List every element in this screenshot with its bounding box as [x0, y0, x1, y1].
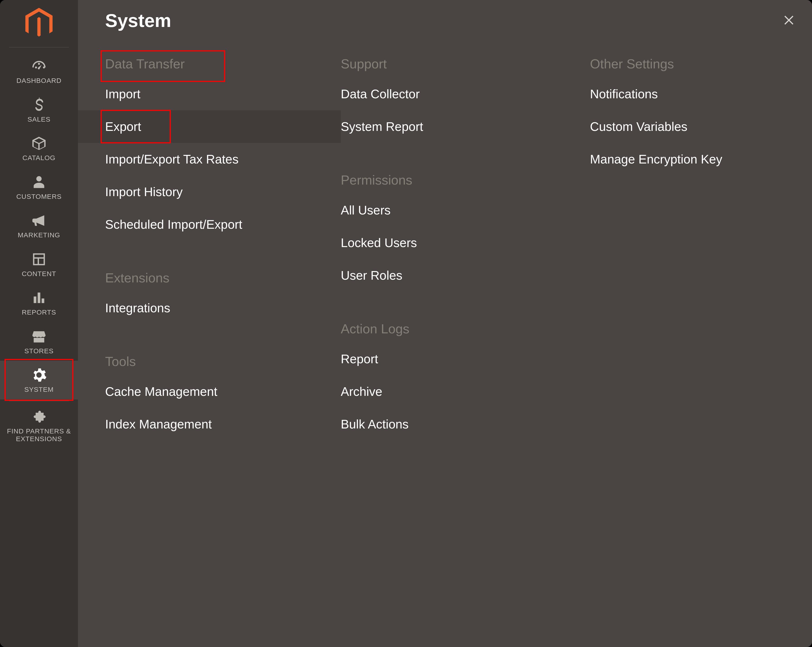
system-flyout: System Data Transfer Import Export Impor…	[78, 0, 812, 647]
app-root: DASHBOARD SALES CATALOG CUSTOMERS MARKET	[0, 0, 812, 647]
menu-data-collector[interactable]: Data Collector	[341, 78, 590, 110]
section-title-extensions: Extensions	[78, 266, 341, 292]
layout-icon	[31, 251, 47, 267]
menu-import-history[interactable]: Import History	[78, 175, 341, 208]
nav-label: STORES	[23, 347, 55, 355]
section-title-other-settings: Other Settings	[590, 52, 785, 78]
flyout-column-2: Support Data Collector System Report Per…	[341, 52, 590, 440]
section-title-action-logs: Action Logs	[341, 317, 590, 343]
menu-import[interactable]: Import	[78, 78, 341, 110]
puzzle-icon	[31, 409, 47, 425]
menu-locked-users[interactable]: Locked Users	[341, 227, 590, 259]
nav-content[interactable]: CONTENT	[0, 245, 78, 284]
storefront-icon	[31, 329, 47, 344]
nav-dashboard[interactable]: DASHBOARD	[0, 52, 78, 91]
nav-system[interactable]: SYSTEM	[0, 361, 78, 399]
menu-manage-encryption-key[interactable]: Manage Encryption Key	[590, 143, 785, 175]
flyout-header: System	[78, 0, 812, 38]
magento-logo[interactable]	[0, 0, 78, 47]
sidebar-divider	[9, 47, 69, 47]
nav-sales[interactable]: SALES	[0, 91, 78, 129]
sidebar-divider	[9, 401, 69, 401]
menu-system-report[interactable]: System Report	[341, 110, 590, 143]
nav-stores[interactable]: STORES	[0, 322, 78, 361]
menu-bulk-actions[interactable]: Bulk Actions	[341, 408, 590, 440]
megaphone-icon	[31, 213, 47, 228]
menu-cache-management[interactable]: Cache Management	[78, 375, 341, 408]
gauge-icon	[31, 58, 47, 74]
nav-label: CATALOG	[21, 154, 57, 162]
menu-notifications[interactable]: Notifications	[590, 78, 785, 110]
nav-customers[interactable]: CUSTOMERS	[0, 168, 78, 207]
section-support: Support Data Collector System Report	[341, 52, 590, 143]
section-title-permissions: Permissions	[341, 168, 590, 194]
section-permissions: Permissions All Users Locked Users User …	[341, 168, 590, 292]
box-icon	[31, 135, 47, 151]
section-tools: Tools Cache Management Index Management	[78, 349, 341, 440]
nav-label: SALES	[26, 116, 52, 123]
menu-export[interactable]: Export	[78, 110, 341, 143]
nav-label: MARKETING	[16, 231, 62, 239]
flyout-body: Data Transfer Import Export Import/Expor…	[78, 38, 812, 440]
nav-find-partners[interactable]: FIND PARTNERS & EXTENSIONS	[0, 402, 78, 449]
person-icon	[31, 174, 47, 190]
nav-label: SYSTEM	[23, 386, 55, 394]
menu-scheduled-import-export[interactable]: Scheduled Import/Export	[78, 208, 341, 241]
section-title-data-transfer: Data Transfer	[78, 52, 341, 78]
flyout-column-3: Other Settings Notifications Custom Vari…	[590, 52, 785, 440]
menu-user-roles[interactable]: User Roles	[341, 259, 590, 292]
close-button[interactable]	[781, 13, 796, 28]
menu-import-export-tax-rates[interactable]: Import/Export Tax Rates	[78, 143, 341, 175]
section-title-support: Support	[341, 52, 590, 78]
section-title-tools: Tools	[78, 349, 341, 375]
menu-integrations[interactable]: Integrations	[78, 292, 341, 324]
admin-sidebar: DASHBOARD SALES CATALOG CUSTOMERS MARKET	[0, 0, 78, 647]
section-other-settings: Other Settings Notifications Custom Vari…	[590, 52, 785, 175]
menu-all-users[interactable]: All Users	[341, 194, 590, 227]
menu-custom-variables[interactable]: Custom Variables	[590, 110, 785, 143]
flyout-column-1: Data Transfer Import Export Import/Expor…	[78, 52, 341, 440]
menu-index-management[interactable]: Index Management	[78, 408, 341, 440]
nav-label: REPORTS	[20, 308, 58, 317]
bar-chart-icon	[31, 290, 47, 306]
menu-archive[interactable]: Archive	[341, 375, 590, 408]
gear-icon	[31, 367, 47, 383]
section-data-transfer: Data Transfer Import Export Import/Expor…	[78, 52, 341, 241]
dollar-icon	[31, 97, 47, 113]
nav-label: CUSTOMERS	[14, 193, 63, 201]
flyout-title: System	[105, 10, 171, 31]
nav-label: DASHBOARD	[14, 77, 63, 85]
nav-catalog[interactable]: CATALOG	[0, 129, 78, 168]
section-action-logs: Action Logs Report Archive Bulk Actions	[341, 317, 590, 440]
nav-label: FIND PARTNERS & EXTENSIONS	[0, 427, 78, 443]
menu-report[interactable]: Report	[341, 343, 590, 375]
close-icon	[783, 14, 795, 27]
nav-reports[interactable]: REPORTS	[0, 283, 78, 322]
nav-label: CONTENT	[20, 270, 58, 278]
nav-marketing[interactable]: MARKETING	[0, 206, 78, 245]
section-extensions: Extensions Integrations	[78, 266, 341, 324]
